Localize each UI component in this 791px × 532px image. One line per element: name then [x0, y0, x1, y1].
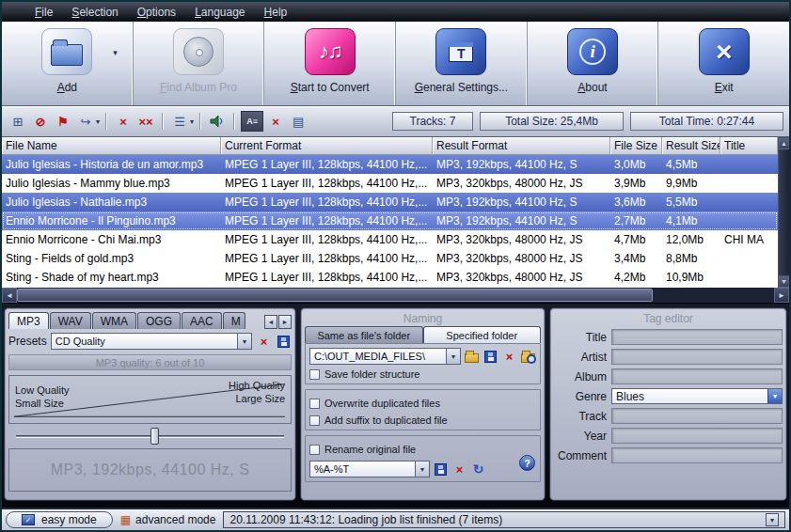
add-suffix-checkbox[interactable]	[309, 415, 320, 426]
tabs-scroll-left-icon[interactable]: ◄	[264, 315, 277, 329]
overwrite-checkbox[interactable]	[309, 399, 320, 409]
tab-wav[interactable]: WAV	[50, 312, 91, 329]
easy-mode-button[interactable]: ✓ easy mode	[6, 511, 113, 528]
table-row[interactable]: Sting - Shade of my heart.mp3MPEG 1 Laye…	[2, 268, 778, 287]
tabs-scroll-right-icon[interactable]: ►	[278, 315, 292, 329]
tab-ogg[interactable]: OGG	[137, 312, 181, 329]
start-convert-button[interactable]: ♪♫ Start to Convert	[264, 22, 396, 105]
chevron-down-icon[interactable]: ▾	[415, 462, 429, 477]
rename-checkbox[interactable]	[309, 445, 320, 455]
menu-file[interactable]: File	[26, 4, 61, 21]
naming-tabs: Same as file's folder Specified folder	[305, 326, 541, 343]
overwrite-row[interactable]: Overwrite duplicated files	[309, 398, 536, 409]
scroll-right-icon[interactable]: ►	[774, 288, 789, 303]
job-list-icon[interactable]: ▤	[288, 111, 308, 132]
preset-save-icon[interactable]	[276, 334, 292, 350]
tab-m4a[interactable]: M	[223, 312, 245, 329]
remove-selected-icon[interactable]: ×	[113, 111, 134, 132]
play-speaker-icon[interactable]	[207, 111, 228, 132]
year-field[interactable]	[611, 428, 783, 444]
table-header: File Name Current Format Result Format F…	[2, 137, 789, 155]
rename-row[interactable]: Rename original file	[309, 444, 536, 455]
tab-same-folder[interactable]: Same as file's folder	[305, 326, 423, 343]
rename-mask-select[interactable]: %A-%T ▾	[309, 461, 430, 477]
col-file-name[interactable]: File Name	[2, 137, 221, 154]
menu-options[interactable]: Options	[129, 4, 184, 21]
export-list-icon[interactable]: ↪	[75, 111, 96, 132]
menu-bar: File Selection Options Language Help	[2, 2, 789, 22]
scroll-up-icon[interactable]: ▲	[779, 137, 789, 149]
add-dropdown-icon[interactable]: ▾	[113, 48, 118, 57]
preset-delete-icon[interactable]: ×	[256, 334, 272, 350]
format-dropdown-icon[interactable]: ▾	[190, 117, 194, 126]
tag-editor-toggle-icon[interactable]: A≡	[241, 111, 263, 132]
check-all-icon[interactable]: ⊞	[8, 111, 28, 132]
open-folder-icon[interactable]	[464, 349, 480, 365]
table-row[interactable]: Ennio Morricone - Il Pinguino.mp3MPEG 1 …	[2, 211, 778, 230]
comment-field[interactable]	[611, 447, 783, 463]
exit-cross-icon: ×	[699, 28, 750, 75]
status-dropdown-icon[interactable]: ▾	[766, 513, 779, 526]
album-field[interactable]	[611, 368, 783, 384]
table-row[interactable]: Sting - Fields of gold.mp3MPEG 1 Layer I…	[2, 249, 778, 268]
settings-window-icon: T	[435, 28, 486, 75]
scroll-down-icon[interactable]: ▼	[779, 275, 789, 288]
about-button[interactable]: i About	[528, 22, 659, 105]
menu-selection[interactable]: Selection	[63, 4, 126, 21]
chevron-down-icon[interactable]: ▾	[446, 349, 460, 364]
save-folder-structure-checkbox[interactable]	[309, 369, 320, 380]
table-row[interactable]: Julio Iglesias - Mammy blue.mp3MPEG 1 La…	[2, 174, 778, 193]
uncheck-all-icon[interactable]: ⊘	[30, 111, 51, 132]
chevron-down-icon[interactable]: ▾	[237, 334, 251, 349]
add-suffix-row[interactable]: Add suffix to duplicated file	[309, 415, 536, 426]
easy-mode-icon: ✓	[22, 514, 35, 525]
genre-select[interactable]: Blues ▾	[611, 388, 783, 404]
browse-folder-icon[interactable]	[520, 349, 536, 365]
add-button[interactable]: ▾ Add	[2, 22, 134, 105]
chevron-down-icon[interactable]: ▾	[767, 389, 782, 403]
table-row[interactable]: Julio Iglesias - Nathalie.mp3MPEG 1 Laye…	[2, 193, 778, 211]
save-mask-icon[interactable]	[433, 462, 449, 477]
save-path-icon[interactable]	[483, 349, 498, 365]
tab-mp3[interactable]: MP3	[8, 312, 49, 329]
quality-slider-thumb[interactable]	[150, 428, 159, 445]
menu-language[interactable]: Language	[186, 4, 253, 21]
hscroll-track[interactable]	[653, 288, 774, 303]
quality-level-bar: MP3 quality: 6 out of 10	[8, 354, 292, 370]
delete-mask-icon[interactable]: ×	[451, 462, 467, 477]
bottom-area: MP3 WAV WMA OGG AAC M ◄ ► Presets CD Qua…	[2, 304, 789, 508]
delete-tags-icon[interactable]: ×	[265, 111, 286, 132]
col-file-size[interactable]: File Size	[610, 137, 662, 154]
remove-all-icon[interactable]: ××	[135, 111, 156, 132]
vertical-scrollbar[interactable]: ▲ ▼	[778, 137, 789, 288]
col-current-format[interactable]: Current Format	[221, 137, 433, 154]
delete-path-icon[interactable]: ×	[501, 349, 517, 365]
col-result-size[interactable]: Result Size	[662, 137, 720, 154]
horizontal-scrollbar[interactable]: ◄ ►	[2, 288, 789, 304]
scroll-left-icon[interactable]: ◄	[2, 288, 17, 303]
menu-help[interactable]: Help	[256, 4, 296, 21]
advanced-mode-button[interactable]: ▦ advanced mode	[120, 513, 216, 526]
quality-slider[interactable]	[12, 426, 288, 446]
general-settings-button[interactable]: T General Settings...	[396, 22, 528, 105]
format-list-icon[interactable]: ☰	[169, 111, 190, 132]
title-field[interactable]	[611, 329, 783, 345]
col-result-format[interactable]: Result Format	[433, 137, 610, 154]
help-icon[interactable]: ?	[519, 455, 535, 471]
artist-field[interactable]	[611, 349, 783, 365]
output-path-select[interactable]: C:\OUT_MEDIA_FILES\ ▾	[309, 348, 461, 365]
tab-specified-folder[interactable]: Specified folder	[423, 326, 542, 343]
tab-aac[interactable]: AAC	[182, 312, 222, 329]
exit-button[interactable]: × Exit	[658, 22, 789, 105]
save-folder-structure-row[interactable]: Save folder structure	[309, 368, 536, 380]
preset-select[interactable]: CD Quality ▾	[51, 333, 252, 350]
track-field[interactable]	[611, 408, 783, 424]
invert-selection-icon[interactable]: ⚑	[53, 111, 73, 132]
col-title[interactable]: Title	[720, 137, 778, 154]
refresh-icon[interactable]: ↻	[470, 462, 486, 477]
tab-wma[interactable]: WMA	[92, 312, 136, 329]
table-row[interactable]: Ennio Morricone - Chi Mai.mp3MPEG 1 Laye…	[2, 230, 778, 249]
export-dropdown-icon[interactable]: ▾	[96, 117, 100, 126]
table-row[interactable]: Julio Iglesias - Historia de un amor.mp3…	[2, 155, 778, 174]
hscroll-thumb[interactable]	[17, 289, 653, 302]
